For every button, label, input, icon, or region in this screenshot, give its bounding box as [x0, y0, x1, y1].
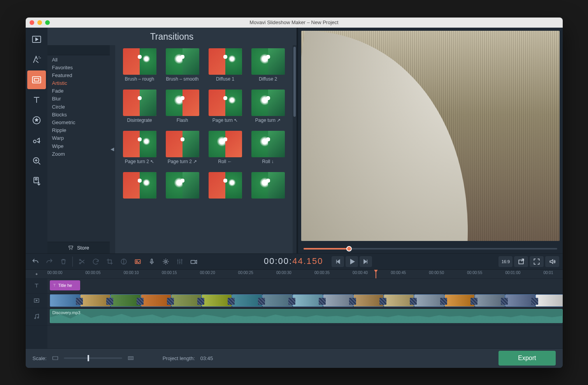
zoom-in-timeline-icon[interactable] [128, 356, 134, 360]
video-clip[interactable] [262, 294, 293, 307]
video-clip[interactable] [111, 294, 141, 307]
clip-transition[interactable] [379, 298, 386, 305]
titles-tab[interactable] [27, 91, 46, 109]
undo-button[interactable] [29, 255, 42, 268]
video-clip[interactable] [353, 294, 384, 307]
store-button[interactable]: Store [47, 242, 110, 253]
clip-transition[interactable] [531, 298, 538, 305]
video-clip[interactable] [293, 294, 323, 307]
video-clip[interactable] [384, 294, 414, 307]
grid-scrollbar[interactable] [293, 45, 297, 253]
collapse-categories-button[interactable]: ◀ [110, 45, 115, 253]
filters-tab[interactable] [27, 50, 46, 69]
prev-frame-button[interactable] [332, 256, 344, 267]
audio-clip[interactable]: Discovery.mp3 [50, 309, 563, 323]
clip-properties-button[interactable] [159, 255, 172, 268]
category-circle[interactable]: Circle [47, 103, 110, 111]
video-clip[interactable] [323, 294, 353, 307]
video-clip[interactable] [80, 294, 111, 307]
clip-transition[interactable] [137, 298, 144, 305]
video-clip[interactable] [171, 294, 202, 307]
transition-thumb[interactable]: Brush – rough [120, 48, 159, 87]
transition-wizard-button[interactable] [131, 255, 144, 268]
transition-thumb[interactable]: Roll ← [206, 131, 245, 170]
clip-transition[interactable] [197, 298, 204, 305]
delete-button[interactable] [57, 255, 70, 268]
import-tab[interactable] [27, 172, 46, 190]
clip-transition[interactable] [228, 298, 235, 305]
video-clip[interactable] [414, 294, 444, 307]
audio-track-header[interactable] [26, 308, 47, 325]
transition-thumb[interactable] [249, 172, 288, 211]
export-button[interactable]: Export [498, 351, 555, 366]
transition-thumb[interactable]: Brush – smooth [163, 48, 202, 87]
fullscreen-button[interactable] [530, 256, 544, 267]
transition-thumb[interactable]: Page turn ↖ [206, 90, 245, 128]
add-track-button[interactable]: ＋ [26, 270, 47, 278]
zoom-out-timeline-icon[interactable] [52, 356, 58, 360]
playhead[interactable] [376, 270, 376, 278]
transition-thumb[interactable]: Diffuse 1 [206, 48, 245, 87]
equalizer-button[interactable] [173, 255, 186, 268]
aspect-ratio-button[interactable]: 16:9 [498, 256, 513, 267]
clip-transition[interactable] [258, 298, 265, 305]
record-audio-button[interactable] [145, 255, 158, 268]
category-geometric[interactable]: Geometric [47, 119, 110, 127]
transition-thumb[interactable] [120, 172, 159, 211]
category-all[interactable]: All [47, 56, 110, 64]
transition-thumb[interactable]: Disintegrate [120, 90, 159, 128]
video-clip[interactable] [202, 294, 232, 307]
category-favorites[interactable]: Favorites [47, 64, 110, 72]
clip-transition[interactable] [440, 298, 447, 305]
split-button[interactable] [75, 255, 88, 268]
popout-button[interactable] [514, 256, 528, 267]
clip-transition[interactable] [470, 298, 477, 305]
camera-button[interactable] [187, 255, 200, 268]
category-featured[interactable]: Featured [47, 72, 110, 79]
clip-transition[interactable] [76, 298, 83, 305]
redo-button[interactable] [43, 255, 56, 268]
play-button[interactable] [346, 256, 358, 267]
callouts-tab[interactable] [27, 131, 46, 150]
next-frame-button[interactable] [360, 256, 372, 267]
title-track-header[interactable] [26, 279, 47, 293]
stickers-tab[interactable] [27, 111, 46, 130]
transition-thumb[interactable]: Roll ↓ [249, 131, 288, 170]
video-clip[interactable] [232, 294, 262, 307]
category-blocks[interactable]: Blocks [47, 111, 110, 119]
clip-transition[interactable] [167, 298, 174, 305]
transitions-tab[interactable] [27, 70, 46, 89]
transition-thumb[interactable]: Page turn ↗ [249, 90, 288, 128]
category-warp[interactable]: Warp [47, 134, 110, 142]
clip-transition[interactable] [288, 298, 295, 305]
scale-slider[interactable] [64, 357, 122, 359]
clip-transition[interactable] [410, 298, 417, 305]
color-adjust-button[interactable] [117, 255, 130, 268]
category-artistic[interactable]: Artistic [47, 79, 110, 87]
rotate-button[interactable] [89, 255, 102, 268]
title-clip[interactable]: Title he [50, 280, 80, 290]
video-clip[interactable] [50, 294, 80, 307]
transition-thumb[interactable]: Page turn 2 ↗ [163, 131, 202, 170]
video-clip[interactable] [535, 294, 563, 307]
media-tab[interactable] [27, 30, 46, 49]
video-clip[interactable] [505, 294, 535, 307]
video-track-header[interactable] [26, 294, 47, 308]
category-ripple[interactable]: Ripple [47, 127, 110, 134]
clip-transition[interactable] [349, 298, 356, 305]
volume-button[interactable] [545, 256, 559, 267]
search-input[interactable] [51, 47, 110, 53]
timeline-ruler[interactable]: ＋ 00:00:0000:00:0500:00:1000:00:1500:00:… [26, 270, 563, 278]
transition-thumb[interactable] [206, 172, 245, 211]
transition-thumb[interactable]: Diffuse 2 [249, 48, 288, 87]
clip-transition[interactable] [106, 298, 113, 305]
video-clip[interactable] [141, 294, 171, 307]
category-fade[interactable]: Fade [47, 87, 110, 95]
crop-button[interactable] [103, 255, 116, 268]
category-zoom[interactable]: Zoom [47, 150, 110, 158]
transition-thumb[interactable]: Page turn 2 ↖ [120, 131, 159, 170]
clip-transition[interactable] [501, 298, 508, 305]
video-clip[interactable] [475, 294, 505, 307]
clip-transition[interactable] [319, 298, 326, 305]
seek-bar[interactable] [298, 244, 563, 253]
